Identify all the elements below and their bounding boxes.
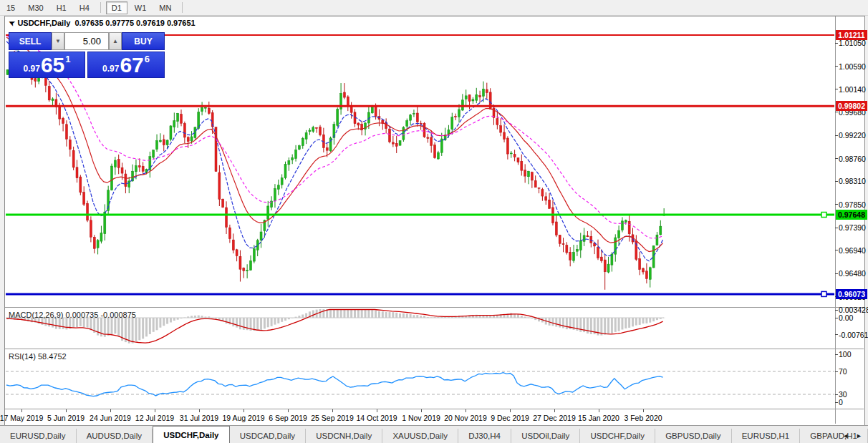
date-label[interactable]: 15 Jan 2020 — [578, 414, 619, 422]
timeframe-button-m30[interactable]: M30 — [22, 1, 49, 14]
timeframe-button-mn[interactable]: MN — [153, 1, 177, 14]
date-label[interactable]: 27 Dec 2019 — [533, 414, 576, 422]
timeframe-button-w1[interactable]: W1 — [129, 1, 153, 14]
chart-tab-usdcnh-daily[interactable]: USDCNH,Daily — [306, 429, 382, 443]
chart-tab-usdcad-daily[interactable]: USDCAD,Daily — [230, 429, 307, 443]
rsi-axis-tick — [835, 354, 838, 355]
macd-panel-separator[interactable] — [5, 307, 864, 308]
rsi-panel[interactable] — [5, 350, 835, 409]
sell-button[interactable]: SELL — [9, 32, 52, 50]
date-label[interactable]: 25 Sep 2019 — [311, 414, 354, 422]
price-level-badge[interactable]: 0.96073 — [836, 289, 867, 299]
chart-ohlc-values: 0.97635 0.97775 0.97619 0.97651 — [74, 19, 195, 27]
rsi-label: RSI(14) 58.4752 — [9, 352, 67, 361]
price-tiles-row: 0.97 65 1 0.97 67 6 — [9, 52, 165, 78]
chart-tab-eurusd-daily[interactable]: EURUSD,Daily — [0, 429, 77, 443]
chart-symbol: USDCHF,Daily — [17, 19, 70, 27]
spin-up-icon: ▲ — [112, 38, 118, 44]
timeframe-button-d1[interactable]: D1 — [106, 1, 127, 14]
price-axis-label: 0.98310 — [839, 177, 866, 185]
price-axis-label: 0.98760 — [839, 155, 866, 163]
timeframe-button-h1[interactable]: H1 — [51, 1, 72, 14]
macd-label: MACD(12,26,9) 0.000735 -0.000875 — [9, 311, 136, 319]
date-label[interactable]: 5 Jun 2019 — [47, 414, 85, 422]
buy-price-big: 67 — [120, 52, 143, 77]
date-label[interactable]: 1 Nov 2019 — [402, 414, 440, 422]
volume-decrease-button[interactable]: ▼ — [52, 32, 64, 50]
date-label[interactable]: 19 Aug 2019 — [223, 414, 265, 422]
date-label[interactable]: 31 Jul 2019 — [180, 414, 218, 422]
chart-tab-bar: EURUSD,DailyAUDUSD,DailyUSDCHF,DailyUSDC… — [0, 425, 868, 443]
price-axis-label: 1.01050 — [839, 39, 866, 47]
timeframe-button-15[interactable]: 15 — [1, 1, 21, 14]
date-label[interactable]: 3 Feb 2020 — [624, 414, 662, 422]
date-label[interactable]: 24 Jun 2019 — [90, 414, 131, 422]
macd-axis-label: -0.007615 — [839, 331, 868, 339]
chart-tab-dj30-h4[interactable]: DJ30,H4 — [458, 429, 511, 443]
date-tick — [554, 409, 555, 412]
price-axis-tick — [835, 89, 838, 89]
tab-scroll-right-button[interactable]: ► — [856, 432, 862, 439]
chart-tab-eurusd-h1[interactable]: EURUSD,H1 — [732, 429, 801, 443]
chart-tab-usdchf-daily[interactable]: USDCHF,Daily — [580, 429, 655, 443]
one-click-trading-panel: SELL ▼ 5.00 ▲ BUY 0.97 65 1 0.97 67 6 — [9, 32, 165, 78]
price-level-badge[interactable]: 1.01211 — [836, 30, 867, 40]
volume-input[interactable]: 5.00 — [64, 32, 109, 50]
chart-tab-usdoil-daily[interactable]: USDOil,Daily — [511, 429, 580, 443]
price-axis-tick — [835, 228, 838, 228]
price-level-badge[interactable]: 0.99802 — [836, 101, 867, 111]
date-label[interactable]: 6 Sep 2019 — [269, 414, 307, 422]
buy-button[interactable]: BUY — [122, 32, 165, 50]
chart-tab-audusd-daily[interactable]: AUDUSD,Daily — [77, 429, 153, 443]
price-axis-tick — [835, 250, 838, 250]
price-axis-label: 0.97850 — [839, 200, 866, 209]
price-axis-tick — [835, 66, 838, 67]
chart-tab-xauusd-daily[interactable]: XAUUSD,Daily — [382, 429, 458, 443]
date-tick — [288, 409, 289, 412]
rsi-axis-label: 100 — [839, 350, 852, 359]
timeline-separator — [5, 409, 864, 409]
date-label[interactable]: 20 Nov 2019 — [444, 414, 487, 422]
date-label[interactable]: 12 Jul 2019 — [135, 414, 174, 422]
date-tick — [199, 409, 200, 412]
price-axis-tick — [835, 273, 838, 274]
chart-tab-gbpusd-daily[interactable]: GBPUSD,Daily — [655, 429, 732, 443]
price-axis-label: 0.97390 — [839, 223, 866, 232]
date-label[interactable]: 17 May 2019 — [0, 414, 43, 422]
price-axis-label: 0.96480 — [839, 269, 866, 278]
sell-price-tile[interactable]: 0.97 65 1 — [9, 52, 85, 78]
volume-increase-button[interactable]: ▲ — [109, 32, 122, 50]
buy-price-small: 0.97 — [102, 64, 119, 74]
price-axis-tick — [835, 43, 838, 44]
timeframe-button-h4[interactable]: H4 — [74, 1, 95, 14]
price-level-badge[interactable]: 0.97648 — [836, 210, 867, 220]
date-label[interactable]: 9 Dec 2019 — [491, 414, 529, 422]
date-tick — [155, 409, 155, 412]
price-axis-separator — [835, 16, 836, 424]
tab-scroll-arrows: ◄► — [835, 432, 862, 439]
date-tick — [510, 409, 511, 412]
sell-price-small: 0.97 — [24, 64, 40, 74]
price-axis-label: 1.00140 — [839, 85, 866, 94]
date-tick — [21, 409, 22, 412]
chart-cursor-icon: ➤ — [7, 19, 16, 29]
tab-scroll-left-button[interactable]: ◄ — [842, 432, 849, 439]
rsi-axis-label: 0 — [839, 398, 843, 407]
spin-down-icon: ▼ — [55, 38, 61, 44]
price-axis-label: 0.99220 — [839, 131, 866, 140]
price-axis-tick — [835, 158, 838, 159]
price-axis-label: 1.00590 — [839, 62, 866, 71]
rsi-axis-tick — [835, 402, 838, 403]
chart-tab-usdchf-daily[interactable]: USDCHF,Daily — [153, 426, 230, 443]
price-axis-label: 0.96940 — [839, 246, 866, 255]
price-axis-tick — [835, 204, 838, 205]
sell-price-sup: 1 — [65, 54, 70, 64]
rsi-panel-separator[interactable] — [5, 349, 864, 349]
price-axis-tick — [835, 135, 838, 136]
buy-price-tile[interactable]: 0.97 67 6 — [87, 52, 165, 78]
sell-price-big: 65 — [41, 52, 64, 77]
macd-axis-label: 0.00 — [839, 313, 853, 322]
date-tick — [643, 409, 644, 412]
date-label[interactable]: 14 Oct 2019 — [356, 414, 397, 422]
macd-axis-tick — [835, 310, 838, 311]
